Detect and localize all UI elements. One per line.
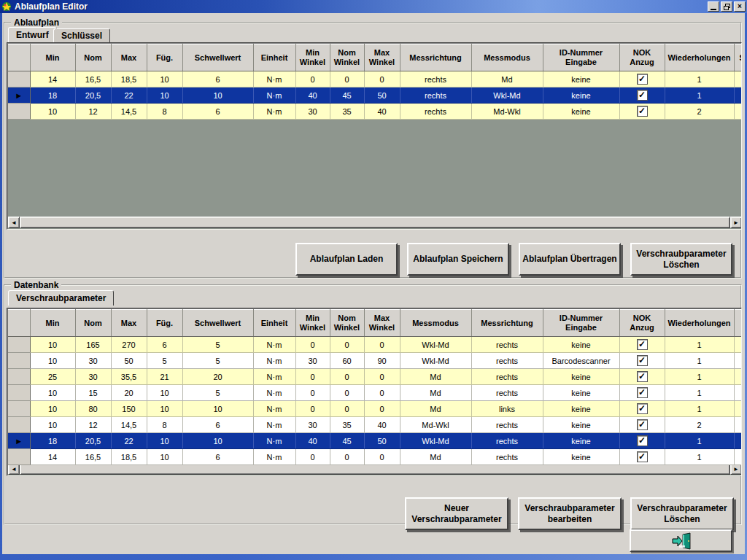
- cell[interactable]: 14,5: [111, 417, 147, 433]
- column-header[interactable]: Schwellwert: [182, 310, 253, 337]
- column-header[interactable]: Messmodus: [471, 44, 543, 71]
- cell[interactable]: 8: [147, 104, 182, 120]
- cell[interactable]: 1: [665, 88, 734, 104]
- cell[interactable]: 1: [665, 353, 734, 369]
- cell[interactable]: 40: [364, 417, 400, 433]
- cell[interactable]: [734, 104, 742, 120]
- column-header[interactable]: NOK Anzug: [619, 310, 665, 337]
- scroll-right-button[interactable]: ►: [730, 217, 742, 228]
- cell[interactable]: keine: [543, 104, 619, 120]
- cell[interactable]: 1: [665, 369, 734, 385]
- row-selector[interactable]: [8, 417, 30, 433]
- cell[interactable]: rechts: [471, 369, 543, 385]
- cell[interactable]: keine: [543, 401, 619, 417]
- cell[interactable]: 30: [75, 369, 111, 385]
- table-row[interactable]: 253035,52120N·m000Mdrechtskeine✓1: [8, 369, 741, 385]
- cell[interactable]: Barcodescanner: [543, 353, 619, 369]
- cell[interactable]: 10: [30, 104, 75, 120]
- cell[interactable]: ✓: [619, 401, 665, 417]
- cell[interactable]: rechts: [471, 433, 543, 449]
- column-header[interactable]: Nom: [75, 310, 111, 337]
- cell[interactable]: ✓: [619, 104, 665, 120]
- cell[interactable]: Wkl-Md: [400, 353, 471, 369]
- nok-anzug-checkbox[interactable]: ✓: [637, 74, 648, 85]
- table-row[interactable]: 101520105N·m000Mdrechtskeine✓1: [8, 385, 741, 401]
- cell[interactable]: 14,5: [111, 104, 147, 120]
- nok-anzug-checkbox[interactable]: ✓: [637, 435, 648, 446]
- cell[interactable]: 22: [111, 433, 147, 449]
- restore-button[interactable]: [721, 1, 732, 12]
- cell[interactable]: 80: [75, 401, 111, 417]
- cell[interactable]: ✓: [619, 337, 665, 353]
- cell[interactable]: 5: [182, 353, 253, 369]
- cell[interactable]: 10: [30, 417, 75, 433]
- table-row[interactable]: ►1820,5221010N·m404550Wkl-Mdrechtskeine✓…: [8, 433, 741, 449]
- row-selector[interactable]: [8, 353, 30, 369]
- cell[interactable]: rechts: [471, 353, 543, 369]
- row-selector[interactable]: [8, 369, 30, 385]
- cell[interactable]: 0: [364, 369, 400, 385]
- cell[interactable]: rechts: [471, 385, 543, 401]
- cell[interactable]: [734, 88, 742, 104]
- nok-anzug-checkbox[interactable]: ✓: [637, 90, 648, 101]
- cell[interactable]: keine: [543, 88, 619, 104]
- cell[interactable]: [734, 433, 741, 449]
- cell[interactable]: [734, 417, 741, 433]
- cell[interactable]: 0: [364, 71, 400, 88]
- cell[interactable]: 0: [330, 401, 364, 417]
- table-row[interactable]: 101214,586N·m303540rechtsMd-Wklkeine✓2: [8, 104, 742, 120]
- cell[interactable]: 1: [665, 449, 734, 465]
- cell[interactable]: N·m: [253, 337, 295, 353]
- ablaufplan-uebertragen-button[interactable]: Ablaufplan Übertragen: [519, 243, 621, 276]
- cell[interactable]: 10: [30, 337, 75, 353]
- scroll-left-button[interactable]: ◄: [8, 217, 20, 228]
- table-row[interactable]: 1416,518,5106N·m000rechtsMdkeine✓1: [8, 71, 742, 88]
- column-header[interactable]: ID-Nummer Eingabe: [543, 310, 619, 337]
- column-header[interactable]: Nom: [75, 44, 111, 71]
- cell[interactable]: 0: [295, 369, 330, 385]
- column-header[interactable]: Max: [111, 44, 147, 71]
- ablaufplan-hscrollbar[interactable]: ◄ ►: [8, 217, 742, 228]
- table-row[interactable]: 10305055N·m306090Wkl-MdrechtsBarcodescan…: [8, 353, 741, 369]
- cell[interactable]: 14: [30, 449, 75, 465]
- cell[interactable]: Wkl-Md: [471, 88, 543, 104]
- cell[interactable]: 45: [330, 88, 364, 104]
- column-header[interactable]: NOK Anzug: [619, 44, 665, 71]
- nok-anzug-checkbox[interactable]: ✓: [637, 451, 648, 462]
- row-selector[interactable]: [8, 337, 30, 353]
- cell[interactable]: 1: [665, 401, 734, 417]
- minimize-button[interactable]: [708, 1, 719, 12]
- cell[interactable]: Wkl-Md: [400, 337, 471, 353]
- tab-schluessel[interactable]: Schlüssel: [53, 28, 110, 42]
- cell[interactable]: 165: [75, 337, 111, 353]
- hscroll-thumb[interactable]: [20, 217, 730, 228]
- cell[interactable]: keine: [543, 369, 619, 385]
- cell[interactable]: 0: [364, 401, 400, 417]
- cell[interactable]: [734, 449, 741, 465]
- cell[interactable]: 10: [147, 71, 182, 88]
- cell[interactable]: 0: [364, 449, 400, 465]
- cell[interactable]: 30: [295, 417, 330, 433]
- cell[interactable]: ✓: [619, 385, 665, 401]
- cell[interactable]: 20,5: [75, 433, 111, 449]
- cell[interactable]: Md: [400, 449, 471, 465]
- column-header[interactable]: Min: [30, 310, 75, 337]
- cell[interactable]: 20,5: [75, 88, 111, 104]
- cell[interactable]: 10: [147, 433, 182, 449]
- row-selector[interactable]: [8, 71, 30, 88]
- cell[interactable]: 10: [182, 88, 253, 104]
- cell[interactable]: ✓: [619, 353, 665, 369]
- column-header[interactable]: Max Winkel: [364, 44, 400, 71]
- cell[interactable]: 0: [330, 337, 364, 353]
- cell[interactable]: ✓: [619, 449, 665, 465]
- cell[interactable]: 22: [111, 88, 147, 104]
- row-selector[interactable]: [8, 385, 30, 401]
- cell[interactable]: 0: [330, 449, 364, 465]
- cell[interactable]: 12: [75, 417, 111, 433]
- cell[interactable]: [734, 401, 741, 417]
- cell[interactable]: 40: [295, 433, 330, 449]
- cell[interactable]: 0: [295, 385, 330, 401]
- verschraubparameter-loeschen-button-top[interactable]: Verschraubparameter Löschen: [630, 243, 732, 276]
- cell[interactable]: 30: [75, 353, 111, 369]
- cell[interactable]: 10: [147, 401, 182, 417]
